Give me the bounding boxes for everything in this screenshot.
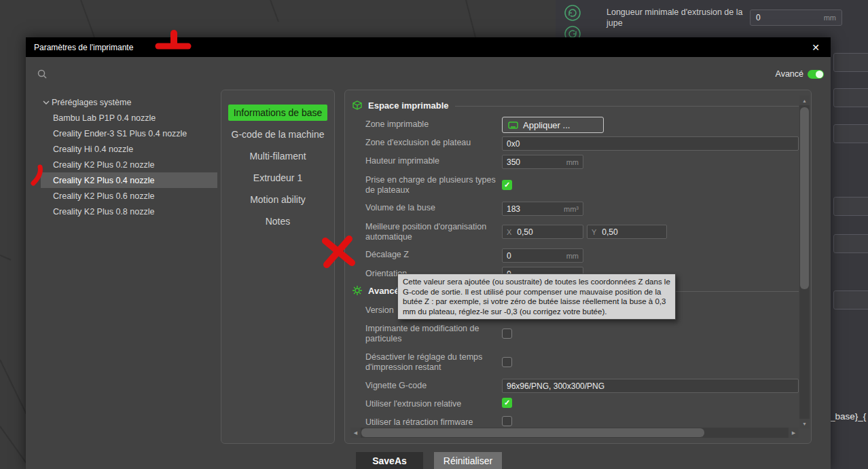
tab-motion-ability[interactable]: Motion ability: [228, 189, 327, 210]
relative-extrusion-checkbox[interactable]: [502, 398, 512, 408]
label-printable-height: Hauteur imprimable: [365, 156, 501, 166]
z-offset-unit: mm: [566, 252, 579, 260]
printable-height-value: 350: [507, 157, 520, 167]
skirt-value: 0: [756, 13, 761, 22]
x-value: 0,50: [517, 227, 532, 237]
apply-button-label: Appliquer ...: [523, 120, 570, 130]
background-code-fragment: _base}_{: [830, 411, 866, 421]
scroll-right-button[interactable]: ▶: [789, 428, 799, 438]
bed-exclude-value: 0x0: [507, 139, 520, 149]
tab-machine-gcode[interactable]: G-code de la machine: [228, 124, 327, 145]
close-button[interactable]: ✕: [806, 37, 825, 57]
save-as-button[interactable]: SaveAs: [356, 452, 423, 469]
search-icon[interactable]: [37, 69, 48, 79]
tree-item-preset-selected[interactable]: Creality K2 Plus 0.4 nozzle: [41, 172, 217, 188]
dialog-title: Paramètres de l'imprimante: [34, 43, 133, 52]
nozzle-volume-unit: mm³: [564, 205, 579, 213]
tree-item-preset[interactable]: Creality K2 Plus 0.6 nozzle: [41, 188, 217, 204]
label-printable-area: Zone imprimable: [365, 119, 501, 130]
section-title: Avancé: [368, 286, 399, 296]
z-offset-input[interactable]: 0 mm: [502, 248, 583, 263]
label-gcode-thumbnail: Vignette G-code: [365, 381, 501, 391]
skirt-min-extrusion-label: Longueur minimale d'extrusion de la jupe: [607, 7, 749, 29]
advanced-label: Avancé: [776, 69, 803, 79]
reset-button[interactable]: Réinitialiser: [434, 452, 502, 469]
particle-modification-checkbox[interactable]: [502, 329, 512, 339]
tab-notes[interactable]: Notes: [228, 210, 327, 232]
tree-item-preset[interactable]: Creality Ender-3 S1 Plus 0.4 nozzle: [41, 126, 217, 141]
background-partial-input: [833, 53, 868, 72]
advanced-gear-icon: [352, 285, 363, 296]
multi-bed-support-checkbox[interactable]: [502, 180, 512, 190]
best-position-y-input[interactable]: Y 0,50: [587, 225, 667, 239]
tree-root-system-presets[interactable]: Préréglages système: [41, 94, 217, 110]
x-prefix: X: [507, 228, 511, 236]
z-offset-value: 0: [507, 251, 511, 261]
section-title: Espace imprimable: [368, 100, 449, 111]
scroll-left-button[interactable]: ◀: [350, 428, 361, 438]
rotate-icon: [565, 5, 580, 20]
toggle-knob: [816, 71, 823, 78]
label-particle-modification: Imprimante de modification de particules: [365, 324, 501, 344]
label-bed-exclude-area: Zone d'exclusion de plateau: [365, 138, 501, 148]
scroll-down-button[interactable]: ▼: [799, 419, 810, 428]
tab-basic-information[interactable]: Informations de base: [228, 105, 327, 121]
label-nozzle-volume: Volume de la buse: [365, 203, 501, 213]
best-position-x-input[interactable]: X 0,50: [502, 225, 583, 239]
bed-exclude-area-input[interactable]: 0x0: [502, 136, 799, 151]
nozzle-volume-input[interactable]: 183 mm³: [502, 202, 583, 216]
printable-height-input[interactable]: 350 mm: [502, 155, 583, 169]
background-partial-input: [833, 290, 868, 309]
printable-space-icon: [352, 100, 363, 111]
printable-height-unit: mm: [566, 158, 579, 166]
printer-settings-dialog: Paramètres de l'imprimante ✕ Avancé Prér…: [26, 37, 831, 469]
section-advanced: Avancé: [352, 285, 399, 296]
skirt-unit: mm: [824, 14, 836, 22]
z-offset-tooltip: Cette valeur sera ajoutée (ou soustraite…: [397, 274, 676, 320]
preset-tree: Préréglages système Bambu Lab P1P 0.4 no…: [41, 94, 217, 219]
settings-form-panel: Espace imprimable Zone imprimable Appliq…: [344, 90, 812, 444]
horizontal-scrollbar-thumb[interactable]: [361, 428, 704, 437]
tree-item-preset[interactable]: Creality K2 Plus 0.8 nozzle: [41, 204, 217, 219]
label-best-position: Meilleure position d'organisation automa…: [365, 222, 501, 242]
bed-shape-icon: [508, 121, 518, 130]
vertical-scrollbar-thumb[interactable]: [800, 107, 809, 289]
label-disable-remaining-time: Désactiver le réglage du temps d'impress…: [365, 352, 501, 373]
label-firmware-retraction: Utiliser la rétraction firmware: [365, 417, 501, 428]
background-partial-input: [833, 124, 868, 143]
printable-area-apply-button[interactable]: Appliquer ...: [502, 117, 604, 133]
section-divider: [455, 106, 799, 107]
label-z-offset: Décalage Z: [365, 250, 501, 260]
advanced-mode-row: Avancé: [776, 69, 824, 79]
gcode-thumbnail-value: 96x96/PNG, 300x300/PNG: [507, 381, 604, 391]
firmware-retraction-checkbox[interactable]: [502, 416, 512, 426]
gcode-thumbnail-input[interactable]: 96x96/PNG, 300x300/PNG: [502, 379, 799, 393]
settings-tab-list: Informations de base G-code de la machin…: [221, 90, 335, 444]
background-partial-input: [833, 88, 868, 107]
chevron-down-icon[interactable]: [41, 100, 52, 105]
slicer-screen: Longueur minimale d'extrusion de la jupe…: [0, 0, 868, 469]
advanced-toggle[interactable]: [808, 70, 824, 79]
section-printable-space: Espace imprimable: [352, 100, 449, 111]
tab-extruder-1[interactable]: Extrudeur 1: [228, 167, 327, 189]
tree-item-preset[interactable]: Creality Hi 0.4 nozzle: [41, 141, 217, 157]
background-partial-input: [833, 197, 868, 216]
label-relative-extrusion: Utiliser l'extrusion relative: [365, 399, 501, 409]
label-multi-bed-support: Prise en charge de plusieurs types de pl…: [365, 175, 501, 195]
tree-root-label: Préréglages système: [52, 98, 131, 107]
background-partial-input: [833, 234, 868, 253]
dialog-titlebar[interactable]: Paramètres de l'imprimante ✕: [26, 37, 831, 57]
y-prefix: Y: [592, 228, 596, 236]
scroll-up-button[interactable]: ▲: [799, 96, 810, 105]
y-value: 0,50: [602, 227, 617, 237]
tree-item-preset[interactable]: Bambu Lab P1P 0.4 nozzle: [41, 110, 217, 126]
disable-remaining-time-checkbox[interactable]: [502, 357, 512, 367]
nozzle-volume-value: 183: [507, 204, 520, 214]
skirt-min-extrusion-input[interactable]: 0 mm: [750, 10, 842, 26]
tab-multi-filament[interactable]: Multi-filament: [228, 145, 327, 167]
tree-item-preset[interactable]: Creality K2 Plus 0.2 nozzle: [41, 157, 217, 172]
